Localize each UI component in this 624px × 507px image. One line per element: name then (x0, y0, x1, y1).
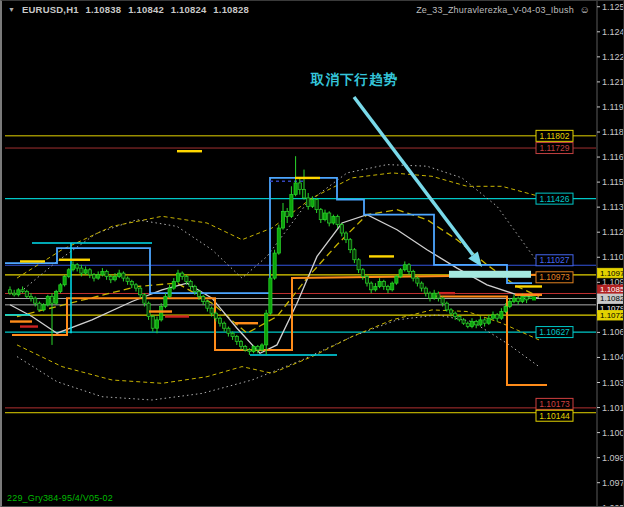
candle-body (416, 278, 419, 283)
candle-body (286, 211, 289, 216)
axis-tick-label: 1.09725 (602, 478, 624, 488)
candle-body (92, 275, 95, 278)
candle-body (239, 342, 242, 347)
candle-body (143, 295, 146, 303)
candle-body (454, 313, 457, 316)
candle-body (50, 296, 53, 303)
axis-tick-label: 1.09875 (602, 453, 624, 463)
axis-tick-label: 1.10625 (602, 327, 624, 337)
candle-body (231, 333, 234, 336)
candle-body (466, 323, 469, 326)
candle-body (248, 350, 251, 352)
candle-body (399, 270, 402, 277)
candle-body (71, 265, 74, 270)
candle-body (193, 286, 196, 291)
candle-body (118, 273, 121, 276)
candle-body (17, 290, 20, 295)
candle-body (134, 285, 137, 288)
candle-body (328, 213, 331, 223)
candle-body (315, 200, 318, 210)
axis-tick-label: 1.11975 (602, 102, 624, 112)
candle-body (256, 347, 259, 350)
candle-body (273, 253, 276, 278)
candle-body (407, 265, 410, 272)
axis-tick-label: 1.11525 (602, 177, 624, 187)
candle-body (42, 305, 45, 310)
candle-body (365, 276, 368, 283)
candle-body (470, 322, 473, 327)
candle-body (504, 307, 507, 312)
candle-body (428, 293, 431, 298)
candle-body (155, 320, 158, 328)
candle-body (281, 211, 284, 228)
candle-body (160, 307, 163, 320)
candle-body (496, 315, 499, 318)
candle-body (113, 276, 116, 279)
candle-body (349, 240, 352, 250)
axis-tick-label: 1.11075 (602, 252, 624, 262)
level-label-text: 1.10973 (539, 272, 570, 282)
axis-tick-label: 1.10025 (602, 428, 624, 438)
candle-body (38, 303, 41, 310)
overlay-band-yellow-lower (17, 310, 539, 383)
candle-body (458, 317, 461, 320)
candle-body (475, 322, 478, 325)
candle-body (59, 285, 62, 292)
candle-body (29, 296, 32, 298)
candle-body (395, 276, 398, 283)
candle-body (147, 303, 150, 316)
candle-body (521, 296, 524, 301)
overlay-band-white-lower (17, 315, 539, 400)
candle-body (491, 315, 494, 318)
symbol-timeframe: EURUSD,H1 (22, 4, 79, 15)
ohlc-low: 1.10824 (171, 4, 207, 15)
candle-body (311, 200, 314, 207)
axis-price-tag-text: 1.10858 (600, 285, 624, 294)
candle-body (319, 210, 322, 220)
candle-body (151, 317, 154, 329)
level-label-text: 1.10627 (539, 327, 570, 337)
candle-body (449, 310, 452, 313)
candle-body (403, 265, 406, 270)
candle-body (168, 288, 171, 296)
axis-tick-label: 1.11675 (602, 152, 624, 162)
candle-body (344, 233, 347, 240)
candle-body (361, 270, 364, 277)
candle-body (101, 271, 104, 274)
candle-body (126, 278, 129, 281)
level-label-text: 1.11426 (539, 194, 569, 204)
candle-body (218, 318, 221, 323)
axis-tick-label: 1.12425 (602, 27, 624, 37)
candle-body (197, 291, 200, 296)
chart-dropdown-icon[interactable]: ▼ (8, 6, 15, 13)
candle-body (323, 213, 326, 220)
axis-price-tag-text: 1.10729 (600, 311, 624, 320)
candle-body (223, 323, 226, 328)
axis-tick-label: 1.09575 (602, 503, 624, 507)
candle-body (97, 275, 100, 278)
candle-body (424, 288, 427, 293)
candle-body (63, 276, 66, 284)
candle-body (34, 298, 37, 303)
level-label-text: 1.11729 (539, 143, 569, 153)
candle-body (353, 250, 356, 260)
overlay-stairs-orange (12, 275, 539, 350)
candle-body (336, 216, 339, 224)
candle-body (210, 308, 213, 313)
candle-body (206, 302, 209, 309)
candle-body (483, 320, 486, 323)
ohlc-high: 1.10842 (128, 4, 164, 15)
candle-body (370, 283, 373, 290)
candle-body (290, 195, 293, 217)
axis-tick-label: 1.12125 (602, 77, 624, 87)
candle-body (214, 313, 217, 318)
candle-body (391, 283, 394, 290)
level-label-text: 1.10144 (539, 411, 570, 421)
candle-body (84, 270, 87, 273)
candle-body (386, 286, 389, 289)
axis-tick-label: 1.11375 (602, 202, 624, 212)
candle-body (67, 270, 70, 277)
candle-body (479, 320, 482, 325)
candle-body (525, 296, 528, 299)
candle-body (164, 296, 167, 306)
